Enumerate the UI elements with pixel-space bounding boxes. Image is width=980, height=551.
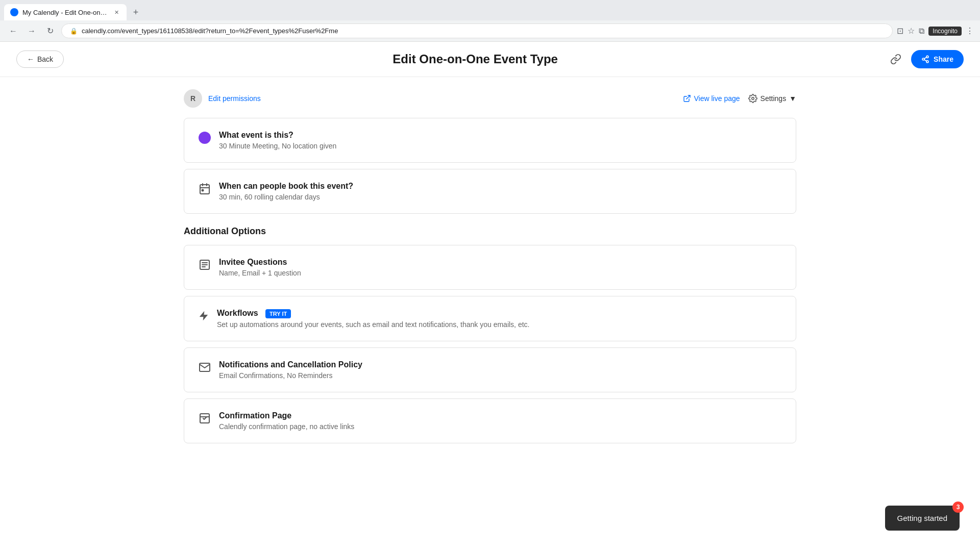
page-title: Edit One-on-One Event Type [393, 52, 558, 66]
tab-close-button[interactable]: ✕ [112, 8, 120, 16]
svg-line-3 [924, 60, 927, 61]
mail-icon [199, 361, 211, 375]
confirmation-section[interactable]: Confirmation Page Calendly confirmation … [184, 398, 796, 443]
svg-line-4 [924, 57, 927, 59]
svg-line-5 [686, 95, 690, 99]
invitee-questions-title: Invitee Questions [219, 258, 301, 267]
workflows-content: Workflows TRY IT Set up automations arou… [217, 309, 529, 329]
settings-dropdown[interactable]: Settings ▼ [748, 94, 796, 103]
additional-options-heading: Additional Options [184, 226, 796, 237]
invitee-questions-content: Invitee Questions Name, Email + 1 questi… [219, 258, 301, 277]
confirmation-subtitle: Calendly confirmation page, no active li… [219, 422, 354, 431]
cast-icon[interactable]: ⊡ [897, 26, 903, 36]
header-right: Share [887, 50, 964, 68]
back-button[interactable]: ← Back [16, 51, 64, 68]
external-link-icon [683, 94, 691, 103]
back-nav-button[interactable]: ← [6, 24, 20, 38]
what-event-subtitle: 30 Minute Meeting, No location given [219, 142, 336, 150]
edit-permissions-link[interactable]: Edit permissions [208, 94, 261, 103]
share-button-label: Share [934, 55, 953, 63]
notifications-subtitle: Email Confirmations, No Reminders [219, 371, 362, 380]
settings-gear-icon [748, 94, 757, 103]
confirmation-content: Confirmation Page Calendly confirmation … [219, 411, 354, 431]
permissions-right: View live page Settings ▼ [683, 94, 796, 103]
confirmation-icon [199, 412, 211, 426]
browser-right-controls: ⊡ ☆ ⧉ Incognito ⋮ [897, 26, 974, 36]
workflows-title: Workflows TRY IT [217, 309, 529, 318]
notifications-section[interactable]: Notifications and Cancellation Policy Em… [184, 347, 796, 392]
workflows-section[interactable]: Workflows TRY IT Set up automations arou… [184, 296, 796, 341]
workflows-subtitle: Set up automations around your events, s… [217, 320, 529, 329]
new-tab-button[interactable]: + [129, 5, 143, 19]
form-icon [199, 259, 211, 272]
lock-icon: 🔒 [70, 28, 78, 35]
forward-nav-button[interactable]: → [24, 24, 39, 38]
menu-icon[interactable]: ⋮ [966, 26, 974, 36]
svg-marker-16 [200, 312, 208, 320]
browser-tab-bar: My Calendly - Edit One-on-One... ✕ + [0, 0, 980, 20]
what-event-content: What event is this? 30 Minute Meeting, N… [219, 131, 336, 150]
page-body: R Edit permissions View live page Settin… [163, 77, 817, 462]
tab-title: My Calendly - Edit One-on-One... [22, 9, 108, 16]
permissions-bar: R Edit permissions View live page Settin… [184, 89, 796, 108]
extension-icon[interactable]: ⧉ [919, 27, 924, 36]
incognito-badge: Incognito [928, 27, 962, 36]
when-book-title: When can people book this event? [219, 182, 353, 191]
invitee-questions-subtitle: Name, Email + 1 question [219, 269, 301, 277]
copy-link-button[interactable] [887, 50, 905, 68]
star-icon[interactable]: ☆ [908, 26, 915, 36]
url-text: calendly.com/event_types/161108538/edit?… [82, 27, 884, 35]
svg-rect-7 [200, 185, 209, 194]
permissions-left: R Edit permissions [184, 89, 261, 108]
chevron-down-icon: ▼ [789, 94, 796, 103]
share-icon [921, 55, 929, 63]
link-icon [890, 54, 901, 65]
svg-point-11 [202, 190, 204, 191]
workflows-title-text: Workflows [217, 309, 258, 317]
confirmation-title: Confirmation Page [219, 411, 354, 420]
share-button[interactable]: Share [911, 50, 964, 68]
try-it-badge: TRY IT [265, 309, 291, 318]
when-book-subtitle: 30 min, 60 rolling calendar days [219, 193, 353, 201]
what-event-title: What event is this? [219, 131, 336, 140]
tab-favicon [10, 8, 18, 16]
when-book-content: When can people book this event? 30 min,… [219, 182, 353, 201]
notifications-title: Notifications and Cancellation Policy [219, 360, 362, 369]
page-header: ← Back Edit One-on-One Event Type Share [0, 42, 980, 77]
svg-point-6 [751, 97, 754, 100]
when-book-section[interactable]: When can people book this event? 30 min,… [184, 169, 796, 214]
what-event-section[interactable]: What event is this? 30 Minute Meeting, N… [184, 118, 796, 163]
browser-chrome: My Calendly - Edit One-on-One... ✕ + ← →… [0, 0, 980, 42]
view-live-page-label: View live page [694, 94, 740, 103]
back-arrow-icon: ← [27, 55, 34, 63]
view-live-page-link[interactable]: View live page [683, 94, 740, 103]
browser-tab-active[interactable]: My Calendly - Edit One-on-One... ✕ [4, 4, 127, 20]
additional-sections: Invitee Questions Name, Email + 1 questi… [184, 245, 796, 443]
event-sections: What event is this? 30 Minute Meeting, N… [184, 118, 796, 214]
avatar: R [184, 89, 202, 108]
bolt-icon [199, 310, 209, 323]
browser-controls: ← → ↻ 🔒 calendly.com/event_types/1611085… [0, 20, 980, 41]
back-button-label: Back [37, 55, 53, 63]
settings-label: Settings [761, 94, 787, 103]
calendar-icon [199, 183, 211, 196]
invitee-questions-section[interactable]: Invitee Questions Name, Email + 1 questi… [184, 245, 796, 290]
refresh-button[interactable]: ↻ [43, 24, 57, 38]
notifications-content: Notifications and Cancellation Policy Em… [219, 360, 362, 380]
address-bar[interactable]: 🔒 calendly.com/event_types/161108538/edi… [61, 23, 893, 38]
event-type-icon [199, 132, 211, 144]
